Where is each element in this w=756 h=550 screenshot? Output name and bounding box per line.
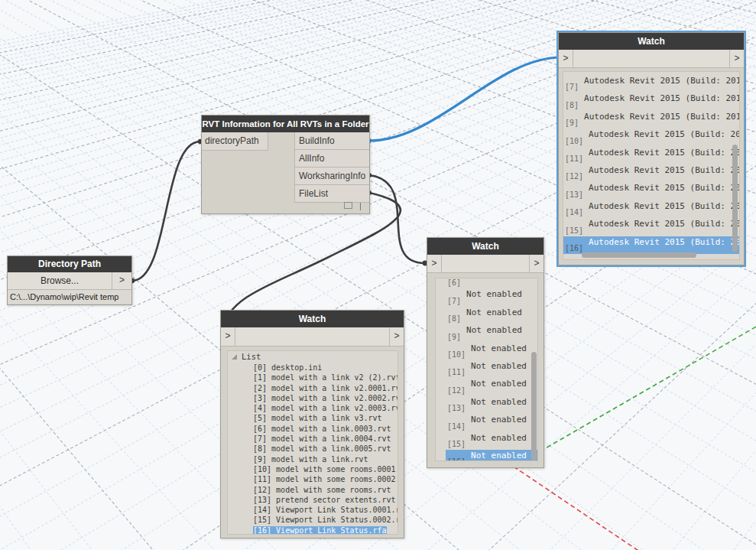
row-value: Autodesk Revit 2015 (Build: 201507 [589,147,740,158]
row-value: [0] desktop.ini [253,363,322,372]
watch-row[interactable]: [15] Viewport Link Status.0002.rfa [228,515,397,525]
watch-row[interactable]: [14]Autodesk Revit 2015 (Build: 201510 [563,200,739,218]
watch-row[interactable]: [9]Not enabled [446,324,537,342]
node-watch-worksharing[interactable]: Watch > > [6][7]Not enabled[8]Not enable… [427,237,544,468]
output-port-allinfo[interactable]: AllInfo [295,150,369,168]
row-index: [13] [565,190,583,200]
horizontal-scrollbar[interactable] [582,252,696,258]
row-value: Not enabled [471,414,527,425]
row-value: Not enabled [471,360,527,371]
row-value: [16] Viewport Link Status.rfa [253,526,387,535]
row-value: [13] pretend sector extents.rvt [253,496,396,504]
node-title[interactable]: Directory Path [8,256,131,272]
row-value: Not enabled [466,307,522,317]
watch-row[interactable]: [6] model with a link.0003.rvt [228,424,397,434]
watch-row[interactable]: [15]Autodesk Revit 2015 (Build: 201510 [563,218,739,236]
output-port-worksharinginfo[interactable]: WorksharingInfo [295,168,369,185]
row-index: [11] [565,155,583,164]
row-value: Autodesk Revit 2015 (Build: 201510 [589,200,740,211]
watch-row[interactable]: [7]Not enabled [446,288,537,306]
watch-row[interactable]: [7]Autodesk Revit 2015 (Build: 2015070 [563,75,739,93]
watch-row[interactable]: [11]Autodesk Revit 2015 (Build: 201507 [563,147,739,164]
vertical-scrollbar[interactable] [732,145,738,252]
watch-row[interactable]: [2] model with a link v2.0001.rvt [228,383,397,393]
watch-row[interactable]: [10] model with some rooms.0001.rvt [228,464,397,474]
node-rvt-info[interactable]: RVT Information for All RVTs in a Folder… [201,115,370,214]
watch-list: [7]Autodesk Revit 2015 (Build: 2015070[8… [563,72,739,254]
vertical-scrollbar[interactable] [531,352,537,461]
watch-row[interactable]: [10]Autodesk Revit 2015 (Build: 201507 [563,129,739,146]
tree-root-item[interactable]: List [228,351,397,363]
row-index: [9] [447,333,461,343]
row-value: Autodesk Revit 2015 (Build: 201510 [589,218,740,229]
node-directory-path[interactable]: Directory Path Browse... > C:\...\Dynamo… [7,255,132,305]
watch-row[interactable]: [10]Not enabled [446,343,537,360]
node-title[interactable]: RVT Information for All RVTs in a Folder [202,116,369,132]
dynamo-node-canvas[interactable]: Directory Path Browse... > C:\...\Dynamo… [0,0,756,550]
watch-row[interactable]: [16] Viewport Link Status.rfa [228,526,397,535]
row-index: [7] [447,297,461,307]
watch-row[interactable]: [16]Not enabled [446,450,537,461]
row-index: [16] [565,244,583,254]
output-port[interactable]: > [529,255,543,272]
row-value: Autodesk Revit 2015 (Build: 201510 [589,164,740,175]
node-title[interactable]: Watch [427,238,543,255]
watch-row[interactable]: [11]Not enabled [446,360,537,378]
row-value: [14] Viewport Link Status.0001.rfa [253,506,398,514]
watch-row[interactable]: [12] model with some rooms.rvt [228,485,397,495]
selected-path-text: C:\...\Dynamo\wip\Revit temp [8,290,131,304]
watch-row[interactable]: [13]Not enabled [446,396,537,414]
row-value: [12] model with some rooms.rvt [253,486,391,494]
watch-row[interactable]: [6] [446,278,537,288]
output-port-path[interactable]: > [112,272,131,289]
row-value: Not enabled [471,450,527,461]
watch-row[interactable]: [8]Autodesk Revit 2015 (Build: 2015100 [563,93,739,110]
node-title[interactable]: Watch [221,311,404,327]
input-port[interactable]: > [427,255,442,272]
watch-row[interactable]: [7] model with a link.0004.rvt [228,434,397,444]
watch-row[interactable]: [8] model with a link.0005.rvt [228,444,397,454]
output-port[interactable]: > [389,327,404,346]
watch-row[interactable]: [5] model with a link v3.rvt [228,413,397,423]
row-value: [11] model with some rooms.0002.rvt [253,475,398,483]
input-port-directorypath[interactable]: directoryPath [202,132,268,151]
watch-row[interactable]: [12]Not enabled [446,378,537,395]
watch-row[interactable]: [15]Not enabled [446,432,537,450]
resize-bar-icon [360,203,361,210]
watch-row[interactable]: [16]Autodesk Revit 2015 (Build: 201510 [563,236,739,254]
node-title[interactable]: Watch [559,33,744,50]
watch-row[interactable]: [12]Autodesk Revit 2015 (Build: 201510 [563,164,739,182]
watch-row[interactable]: [1] model with a link v2 (2).rvt [228,373,397,382]
y-axis-line [514,317,756,467]
row-value: Not enabled [471,396,527,407]
row-value: [1] model with a link v2 (2).rvt [253,373,398,382]
watch-row[interactable]: [8]Not enabled [446,307,537,324]
watch-row[interactable]: [3] model with a link v2.0002.rvt [228,393,397,403]
preview-toggle-icon[interactable] [344,202,352,209]
row-value: Autodesk Revit 2015 (Build: 201510 [589,182,740,193]
watch-row[interactable]: [9] model with a link.rvt [228,454,397,464]
watch-row[interactable]: [0] desktop.ini [228,363,397,373]
input-port[interactable]: > [221,327,235,346]
row-index: [15] [565,226,583,236]
node-watch-filelist[interactable]: Watch > > List [0] desktop.ini[1] model … [220,310,404,539]
watch-row[interactable]: [13]Autodesk Revit 2015 (Build: 201510 [563,182,739,200]
output-port[interactable]: > [729,50,744,67]
row-index: [13] [447,404,466,414]
node-watch-buildinfo[interactable]: Watch > > [7]Autodesk Revit 2015 (Build:… [558,32,745,265]
watch-row[interactable]: [14]Not enabled [446,414,537,431]
row-index: [7] [565,83,579,93]
watch-row[interactable]: [14] Viewport Link Status.0001.rfa [228,505,397,515]
watch-row[interactable]: [9]Autodesk Revit 2015 (Build: 2015100 [563,111,739,129]
row-index: [6] [447,278,461,288]
watch-row[interactable]: [11] model with some rooms.0002.rvt [228,474,397,484]
watch-row[interactable]: [4] model with a link v2.0003.rvt [228,403,397,413]
input-port[interactable]: > [559,50,573,67]
watch-row[interactable]: [13] pretend sector extents.rvt [228,495,397,505]
tree-expander-icon[interactable] [232,354,237,360]
row-value: Autodesk Revit 2015 (Build: 2015100 [584,93,740,103]
row-index: [14] [447,422,466,432]
browse-button[interactable]: Browse... [8,272,112,289]
output-port-filelist[interactable]: FileList [295,185,369,203]
output-port-buildinfo[interactable]: BuildInfo [295,132,369,150]
